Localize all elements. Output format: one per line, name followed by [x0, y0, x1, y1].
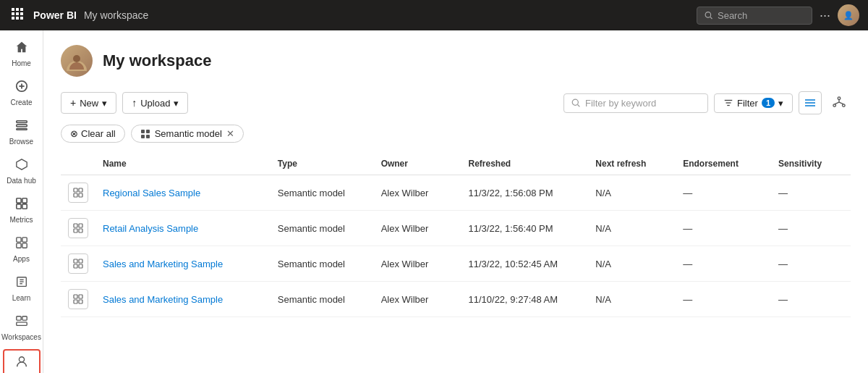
main-content: My workspace + New ▾ ↑ Upload ▾ Filter 1… — [43, 30, 868, 373]
svg-rect-6 — [12, 17, 14, 20]
page-header: My workspace — [61, 45, 851, 77]
svg-rect-15 — [16, 125, 26, 127]
col-header-owner[interactable]: Owner — [374, 153, 461, 175]
row-refreshed: 11/3/22, 1:56:40 PM — [461, 211, 589, 246]
top-bar-right: ··· 👤 — [697, 4, 859, 26]
sidebar-item-apps[interactable]: Apps — [3, 232, 41, 268]
svg-point-34 — [73, 55, 80, 62]
filter-keyword-input[interactable] — [585, 98, 694, 109]
new-button[interactable]: + New ▾ — [61, 92, 116, 114]
sidebar-item-myworkspace[interactable]: Myworkspace — [3, 349, 41, 373]
svg-rect-16 — [16, 129, 26, 130]
new-chevron-icon: ▾ — [102, 98, 107, 109]
app-name: Power BI — [33, 9, 77, 21]
svg-rect-31 — [16, 322, 26, 326]
sidebar-home-label: Home — [12, 59, 31, 68]
myworkspace-icon — [15, 355, 28, 372]
svg-rect-20 — [22, 204, 26, 209]
top-bar-left: Power BI My workspace — [9, 5, 689, 25]
svg-rect-8 — [20, 17, 23, 20]
sidebar-datahub-label: Data hub — [7, 177, 36, 185]
svg-rect-18 — [22, 198, 26, 203]
svg-rect-5 — [20, 12, 23, 15]
waffle-icon[interactable] — [9, 5, 26, 25]
row-sensitivity: — — [771, 282, 851, 317]
workspace-avatar — [61, 45, 93, 77]
col-header-refreshed[interactable]: Refreshed — [461, 153, 589, 175]
sidebar-metrics-label: Metrics — [9, 216, 33, 225]
svg-rect-55 — [74, 193, 77, 197]
sidebar-item-home[interactable]: Home — [3, 36, 41, 72]
svg-rect-66 — [79, 295, 82, 298]
sidebar-item-datahub[interactable]: Data hub — [3, 154, 41, 190]
col-header-endorsement[interactable]: Endorsement — [676, 153, 771, 175]
learn-icon — [15, 275, 28, 292]
row-semantic-icon — [68, 289, 88, 309]
row-name[interactable]: Regional Sales Sample — [95, 175, 271, 211]
svg-rect-29 — [16, 317, 20, 320]
network-view-button[interactable] — [827, 91, 851, 114]
list-view-button[interactable] — [799, 91, 822, 114]
row-owner: Alex Wilber — [374, 282, 461, 317]
avatar[interactable]: 👤 — [838, 4, 859, 26]
row-refreshed: 11/3/22, 10:52:45 AM — [461, 246, 589, 282]
col-header-next-refresh[interactable]: Next refresh — [588, 153, 676, 175]
col-header-type[interactable]: Type — [271, 153, 374, 175]
svg-rect-58 — [79, 224, 82, 227]
datahub-icon — [15, 158, 28, 175]
row-name[interactable]: Retail Analysis Sample — [95, 211, 271, 246]
table-row: Sales and Marketing Sample Semantic mode… — [61, 282, 851, 317]
row-owner: Alex Wilber — [374, 246, 461, 282]
row-sensitivity: — — [771, 211, 851, 246]
sidebar-item-learn[interactable]: Learn — [3, 271, 41, 307]
table-row: Sales and Marketing Sample Semantic mode… — [61, 246, 851, 282]
sidebar-item-create[interactable]: Create — [3, 75, 41, 112]
svg-rect-19 — [16, 204, 20, 209]
svg-rect-56 — [79, 193, 82, 197]
row-name[interactable]: Sales and Marketing Sample — [95, 282, 271, 317]
filter-keyword-box[interactable] — [563, 93, 708, 113]
clear-icon: ⊗ — [70, 128, 78, 139]
new-label: New — [80, 98, 98, 109]
sidebar-item-browse[interactable]: Browse — [3, 114, 41, 151]
more-options-button[interactable]: ··· — [820, 8, 830, 23]
svg-rect-17 — [16, 198, 20, 203]
row-name[interactable]: Sales and Marketing Sample — [95, 246, 271, 282]
svg-rect-7 — [16, 17, 19, 20]
sidebar-item-workspaces[interactable]: Workspaces — [3, 310, 41, 346]
top-search-box[interactable] — [697, 7, 812, 25]
semantic-model-label: Semantic model — [155, 128, 222, 139]
table-row: Retail Analysis Sample Semantic model Al… — [61, 211, 851, 246]
col-header-name[interactable]: Name — [95, 153, 271, 175]
row-refreshed: 11/3/22, 1:56:08 PM — [461, 175, 589, 211]
top-search-input[interactable] — [718, 10, 804, 21]
workspaces-icon — [15, 314, 28, 331]
filter-label: Filter — [737, 98, 758, 109]
clear-all-chip[interactable]: ⊗ Clear all — [61, 125, 125, 143]
row-next-refresh: N/A — [588, 175, 676, 211]
row-icon-cell — [61, 282, 95, 317]
svg-rect-24 — [22, 243, 26, 248]
upload-button[interactable]: ↑ Upload ▾ — [122, 92, 188, 114]
clear-all-label: Clear all — [81, 128, 116, 139]
svg-rect-14 — [16, 121, 26, 123]
col-header-sensitivity[interactable]: Sensitivity — [771, 153, 851, 175]
svg-point-45 — [843, 104, 846, 107]
svg-rect-67 — [74, 300, 77, 303]
sidebar-browse-label: Browse — [9, 138, 33, 146]
sidebar-item-metrics[interactable]: Metrics — [3, 193, 41, 229]
row-semantic-icon — [68, 253, 88, 274]
semantic-model-chip[interactable]: Semantic model ✕ — [131, 125, 244, 143]
filter-button[interactable]: Filter 1 ▾ — [714, 93, 793, 113]
svg-rect-4 — [16, 12, 19, 15]
row-icon-cell — [61, 211, 95, 246]
svg-rect-50 — [146, 130, 150, 133]
svg-rect-2 — [20, 8, 23, 11]
filter-chips: ⊗ Clear all Semantic model ✕ — [61, 125, 851, 143]
svg-rect-22 — [22, 238, 26, 242]
svg-rect-62 — [79, 259, 82, 263]
svg-rect-21 — [16, 238, 20, 242]
svg-line-10 — [710, 17, 712, 19]
semantic-chip-remove[interactable]: ✕ — [226, 128, 234, 139]
row-sensitivity: — — [771, 246, 851, 282]
